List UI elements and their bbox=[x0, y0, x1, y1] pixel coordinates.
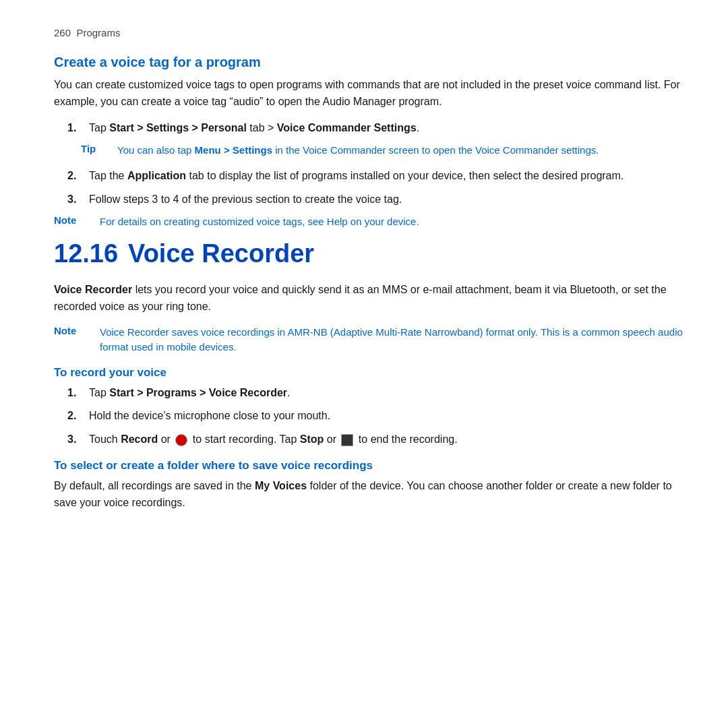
section-voice-recorder: 12.16 Voice Recorder Voice Recorder lets… bbox=[54, 239, 688, 512]
big-section-title: Voice Recorder bbox=[121, 239, 315, 268]
folder-body: By default, all recordings are saved in … bbox=[54, 478, 688, 512]
voice-recorder-intro: Voice Recorder lets you record your voic… bbox=[54, 282, 688, 315]
step-3: 3. Follow steps 3 to 4 of the previous s… bbox=[67, 191, 688, 208]
record-step-2-number: 2. bbox=[67, 408, 82, 425]
section-voice-tag: Create a voice tag for a program You can… bbox=[54, 55, 688, 230]
voice-recorder-note-label: Note bbox=[54, 325, 89, 355]
record-step-1: 1. Tap Start > Programs > Voice Recorder… bbox=[67, 385, 688, 402]
step-1-number: 1. bbox=[67, 120, 82, 137]
step-1: 1. Tap Start > Settings > Personal tab >… bbox=[67, 120, 688, 137]
note-row: Note For details on creating customized … bbox=[54, 214, 688, 230]
subsection-record-voice: To record your voice 1. Tap Start > Prog… bbox=[54, 366, 688, 448]
step-3-text: Follow steps 3 to 4 of the previous sect… bbox=[89, 191, 402, 208]
note-label: Note bbox=[54, 214, 89, 230]
note-text: For details on creating customized voice… bbox=[100, 214, 419, 230]
tip-label: Tip bbox=[81, 143, 107, 158]
record-icon bbox=[175, 434, 187, 446]
record-voice-steps: 1. Tap Start > Programs > Voice Recorder… bbox=[67, 385, 688, 448]
step-1-text: Tap Start > Settings > Personal tab > Vo… bbox=[89, 120, 419, 137]
record-step-3-number: 3. bbox=[67, 431, 82, 448]
tip-text: You can also tap Menu > Settings in the … bbox=[117, 143, 599, 158]
big-section-number: 12.16 bbox=[54, 239, 118, 268]
record-voice-heading: To record your voice bbox=[54, 366, 688, 380]
record-step-1-number: 1. bbox=[67, 385, 82, 402]
subsection-folder: To select or create a folder where to sa… bbox=[54, 459, 688, 512]
stop-icon bbox=[341, 434, 353, 446]
record-step-3: 3. Touch Record or to start recording. T… bbox=[67, 431, 688, 448]
step-2-text: Tap the Application tab to display the l… bbox=[89, 168, 624, 185]
step-2: 2. Tap the Application tab to display th… bbox=[67, 168, 688, 185]
voice-recorder-note-row: Note Voice Recorder saves voice recordin… bbox=[54, 325, 688, 355]
voice-tag-heading: Create a voice tag for a program bbox=[54, 55, 688, 70]
voice-tag-body: You can create customized voice tags to … bbox=[54, 77, 688, 111]
big-section-heading: 12.16 Voice Recorder bbox=[54, 239, 688, 268]
folder-heading: To select or create a folder where to sa… bbox=[54, 459, 688, 473]
voice-recorder-note-text: Voice Recorder saves voice recordings in… bbox=[100, 325, 688, 355]
page-number: 260 Programs bbox=[54, 27, 688, 38]
voice-tag-steps: 1. Tap Start > Settings > Personal tab >… bbox=[67, 120, 688, 208]
step-3-number: 3. bbox=[67, 191, 82, 208]
record-step-2-text: Hold the device’s microphone close to yo… bbox=[89, 408, 330, 425]
record-step-3-text: Touch Record or to start recording. Tap … bbox=[89, 431, 458, 448]
tip-row: Tip You can also tap Menu > Settings in … bbox=[81, 143, 688, 158]
record-step-2: 2. Hold the device’s microphone close to… bbox=[67, 408, 688, 425]
step-2-number: 2. bbox=[67, 168, 82, 185]
record-step-1-text: Tap Start > Programs > Voice Recorder. bbox=[89, 385, 291, 402]
